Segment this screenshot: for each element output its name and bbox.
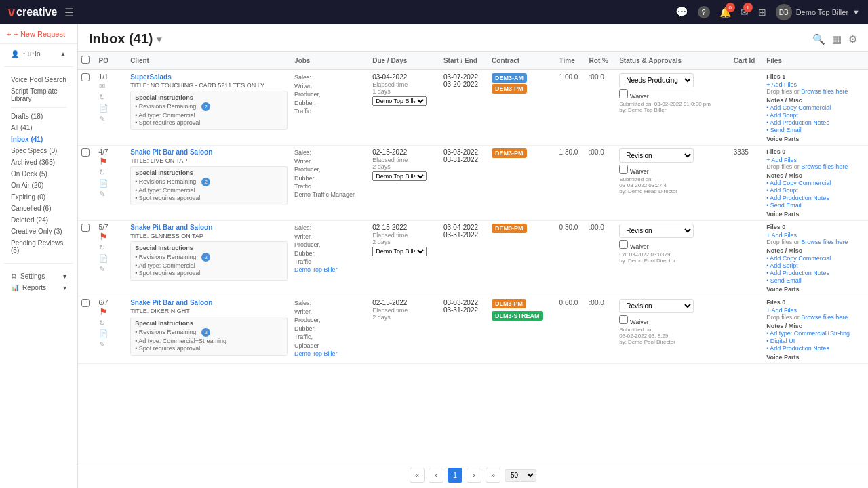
row3-status-select[interactable]: Revision Needs Producing Approved — [619, 224, 694, 238]
row2-client-name[interactable]: Snake Pit Bar and Saloon — [130, 148, 288, 156]
refresh-icon[interactable]: ↻ — [99, 93, 124, 102]
row3-checkbox-cell — [78, 221, 96, 296]
row1-add-files[interactable]: + Add Files — [766, 81, 797, 88]
envelope-icon[interactable]: ✉ — [99, 82, 124, 91]
row2-send-email[interactable]: • Send Email — [766, 202, 865, 209]
row3-assignee-select[interactable]: Demo Top Biller — [372, 247, 427, 256]
row4-client-name[interactable]: Snake Pit Bar and Saloon — [130, 299, 288, 306]
edit-icon[interactable]: ✎ — [99, 340, 124, 349]
row3-add-copy[interactable]: • Add Copy Commercial — [766, 255, 865, 262]
row4-digital-ui[interactable]: • Digital UI — [766, 338, 865, 344]
row3-add-script[interactable]: • Add Script — [766, 262, 865, 269]
row2-add-files[interactable]: + Add Files — [766, 157, 797, 163]
row1-status-select[interactable]: Needs Producing Revision Approved — [619, 73, 694, 87]
sidebar-item-script-template[interactable]: Script Template Library — [7, 85, 71, 104]
row1-checkbox[interactable] — [81, 73, 90, 81]
user-menu[interactable]: DB Demo Top Biller ▼ — [776, 4, 860, 20]
sidebar-item-voice-pool[interactable]: Voice Pool Search — [7, 74, 71, 85]
edit-icon[interactable]: ✎ — [99, 265, 124, 274]
help-icon[interactable]: ? — [698, 6, 710, 18]
row2-waiver-checkbox[interactable] — [619, 165, 628, 174]
search-icon[interactable]: 🔍 — [812, 33, 825, 45]
row3-browse[interactable]: Browse files here — [801, 239, 848, 245]
sidebar-item-archived[interactable]: Archived (365) — [7, 157, 71, 168]
chat-icon[interactable]: 💬 — [675, 6, 688, 18]
sidebar-item-all[interactable]: All (41) — [7, 122, 71, 134]
main-content: Inbox (41) ▾ 🔍 ▦ ⚙ PO Client Jobs Du — [78, 24, 868, 488]
page-size-select[interactable]: 10 25 50 100 — [505, 469, 536, 482]
row3-send-email[interactable]: • Send Email — [766, 277, 865, 284]
grid-icon[interactable]: ⊞ — [758, 7, 766, 18]
sidebar-item-cancelled[interactable]: Cancelled (6) — [7, 203, 71, 214]
current-page-button[interactable]: 1 — [448, 468, 462, 483]
row2-checkbox[interactable] — [81, 148, 90, 157]
sidebar-item-spec-specs[interactable]: Spec Specs (0) — [7, 145, 71, 157]
row1-assignee-select[interactable]: Demo Top Biller — [372, 96, 427, 106]
row4-add-copy[interactable]: • Ad type: Commercial+Str-ting — [766, 330, 865, 337]
row3-client-name[interactable]: Snake Pit Bar and Saloon — [130, 224, 288, 231]
row2-browse[interactable]: Browse files here — [801, 163, 848, 170]
row1-cart-id — [730, 70, 764, 146]
row1-browse[interactable]: Browse files here — [801, 88, 848, 95]
row2-add-prod-notes[interactable]: • Add Production Notes — [766, 195, 865, 201]
sidebar-user-item[interactable]: 👤 ↑ u↑Io ▲ — [7, 48, 71, 60]
notifications-icon[interactable]: 🔔0 — [719, 7, 731, 18]
doc-icon[interactable]: 📄 — [99, 329, 124, 338]
doc-icon[interactable]: 📄 — [99, 104, 124, 113]
row4-browse[interactable]: Browse files here — [801, 314, 848, 321]
new-request-button[interactable]: + + New Request — [7, 30, 65, 38]
settings-gear-icon[interactable]: ⚙ — [848, 33, 857, 45]
row4-checkbox[interactable] — [81, 299, 90, 307]
row3-assignee[interactable]: Demo Top Biller — [294, 266, 366, 273]
sidebar-item-creative-only[interactable]: Creative Only (3) — [7, 226, 71, 237]
hamburger-icon[interactable]: ☰ — [64, 6, 74, 19]
row2-status-select[interactable]: Revision Needs Producing Approved — [619, 148, 694, 163]
sidebar-item-reports[interactable]: 📊 Reports ▾ — [7, 282, 71, 293]
row1-send-email[interactable]: • Send Email — [766, 127, 865, 134]
sidebar-item-on-air[interactable]: On Air (20) — [7, 180, 71, 191]
row1-add-prod-notes[interactable]: • Add Production Notes — [766, 119, 865, 126]
doc-icon[interactable]: 📄 — [99, 179, 124, 188]
row3-waiver-checkbox[interactable] — [619, 240, 628, 249]
doc-icon[interactable]: 📄 — [99, 254, 124, 263]
refresh-icon[interactable]: ↻ — [99, 319, 124, 327]
row2-add-copy[interactable]: • Add Copy Commercial — [766, 180, 865, 186]
sidebar-item-settings[interactable]: ⚙ Settings ▾ — [7, 270, 71, 282]
sidebar-item-pending-reviews[interactable]: Pending Reviews (5) — [7, 237, 71, 256]
sidebar-item-drafts[interactable]: Drafts (18) — [7, 110, 71, 122]
edit-icon[interactable]: ✎ — [99, 115, 124, 123]
sidebar-item-on-deck[interactable]: On Deck (5) — [7, 168, 71, 180]
select-all-checkbox[interactable] — [81, 56, 90, 64]
view-icon[interactable]: ▦ — [832, 33, 842, 45]
row3-add-prod-notes[interactable]: • Add Production Notes — [766, 270, 865, 277]
messages-icon[interactable]: ✉1 — [741, 7, 749, 18]
row1-client-name[interactable]: SuperSalads — [130, 73, 288, 81]
sidebar-item-inbox[interactable]: Inbox (41) — [7, 134, 71, 145]
first-page-button[interactable]: « — [410, 468, 425, 483]
row1-waiver-checkbox[interactable] — [619, 89, 628, 98]
row1-add-script[interactable]: • Add Script — [766, 112, 865, 119]
edit-icon[interactable]: ✎ — [99, 190, 124, 199]
row4-assignee[interactable]: Demo Top Biller — [294, 350, 366, 357]
row4-status-select[interactable]: Revision Needs Producing Approved — [619, 299, 694, 313]
prev-page-button[interactable]: ‹ — [429, 468, 443, 483]
sidebar-item-deleted[interactable]: Deleted (24) — [7, 214, 71, 226]
sidebar-item-expiring[interactable]: Expiring (0) — [7, 191, 71, 203]
row4-add-files[interactable]: + Add Files — [766, 307, 797, 314]
next-page-button[interactable]: › — [467, 468, 481, 483]
row3-checkbox[interactable] — [81, 224, 90, 232]
row1-add-copy[interactable]: • Add Copy Commercial — [766, 104, 865, 111]
row4-waiver-checkbox[interactable] — [619, 315, 628, 324]
row4-time: 0:60.0 — [556, 296, 586, 364]
plus-icon: + — [7, 30, 11, 38]
refresh-icon[interactable]: ↻ — [99, 243, 124, 252]
row2-assignee-select[interactable]: Demo Top Biller — [372, 171, 427, 181]
row3-add-files[interactable]: + Add Files — [766, 232, 797, 239]
row4-add-prod-notes[interactable]: • Add Production Notes — [766, 345, 865, 352]
sidebar-item-label: Archived (365) — [11, 159, 55, 166]
last-page-button[interactable]: » — [486, 468, 500, 483]
refresh-icon[interactable]: ↻ — [99, 168, 124, 177]
row2-add-script[interactable]: • Add Script — [766, 187, 865, 194]
page-title-chevron[interactable]: ▾ — [157, 34, 161, 45]
row1-due: 03-04-2022 Elapsed time1 days Demo Top B… — [369, 70, 440, 146]
